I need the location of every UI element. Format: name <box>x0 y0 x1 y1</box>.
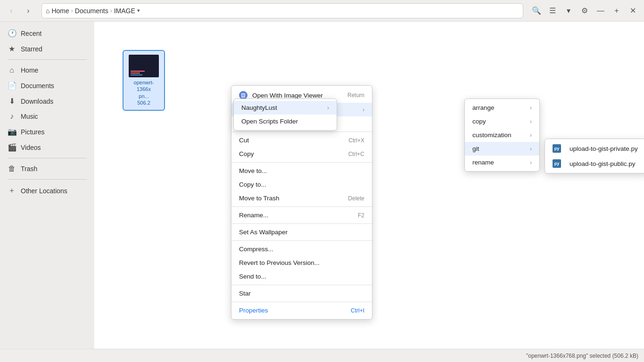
sidebar-item-home[interactable]: ⌂ Home <box>2 63 92 78</box>
revert-left: Revert to Previous Version... <box>239 259 320 266</box>
close-button[interactable]: ✕ <box>625 3 640 18</box>
context-menu-revert[interactable]: Revert to Previous Version... <box>231 256 372 270</box>
breadcrumb-image-label: IMAGE <box>114 7 135 15</box>
sidebar-label-documents: Documents <box>21 82 54 90</box>
submenu-scripts-naughtylust[interactable]: NaughtyLust › <box>234 101 337 115</box>
git-private-label: upload-to-gist-private.py <box>570 145 638 152</box>
sidebar-label-home: Home <box>21 66 38 74</box>
context-menu-move-to-trash[interactable]: Move to Trash Delete <box>231 191 372 205</box>
sidebar-item-starred[interactable]: ★ Starred <box>2 41 92 57</box>
breadcrumb-image[interactable]: IMAGE ▾ <box>114 7 140 15</box>
videos-icon: 🎬 <box>8 143 16 152</box>
divider-3 <box>231 206 372 207</box>
move-to-label: Move to... <box>239 167 267 174</box>
search-icon: 🔍 <box>532 6 541 15</box>
context-menu-properties[interactable]: Properties Ctrl+I <box>231 304 372 317</box>
thumb-line-1 <box>131 71 145 72</box>
compress-left: Compress... <box>239 246 273 253</box>
nl-copy-left: copy <box>472 118 486 125</box>
minimize-button[interactable]: — <box>593 3 608 18</box>
send-to-left: Send to... <box>239 273 266 280</box>
context-menu-move-to[interactable]: Move to... <box>231 164 372 178</box>
divider-4 <box>231 223 372 224</box>
context-menu-star[interactable]: Star <box>231 287 372 300</box>
file-area[interactable]: openwrt-1366xpn...506.2 🖼 Open With Imag… <box>94 22 644 349</box>
thumb-line-2 <box>131 73 140 74</box>
arrange-left: arrange <box>472 104 495 111</box>
sort-button[interactable]: ▾ <box>561 3 576 18</box>
forward-button[interactable]: › <box>21 3 36 18</box>
sidebar-label-recent: Recent <box>21 30 41 37</box>
arrange-arrow: › <box>530 105 532 111</box>
scripts-arrow: › <box>363 107 364 113</box>
submenu-scripts-open-folder[interactable]: Open Scripts Folder <box>234 115 337 128</box>
breadcrumb-dropdown-icon[interactable]: ▾ <box>137 8 140 14</box>
context-menu-cut[interactable]: Cut Ctrl+X <box>231 133 372 147</box>
sidebar-item-downloads[interactable]: ⬇ Downloads <box>2 93 92 109</box>
starred-icon: ★ <box>8 44 16 53</box>
set-wallpaper-label: Set As Wallpaper <box>239 229 288 236</box>
set-wallpaper-left: Set As Wallpaper <box>239 229 288 236</box>
context-menu-copy-to[interactable]: Copy to... <box>231 178 372 191</box>
context-menu-send-to[interactable]: Send to... <box>231 270 372 283</box>
open-scripts-folder-label: Open Scripts Folder <box>241 118 298 125</box>
submenu-git-public[interactable]: py upload-to-gist-public.py <box>545 156 644 171</box>
submenu-git-private[interactable]: py upload-to-gist-private.py <box>545 141 644 156</box>
context-menu-rename[interactable]: Rename... F2 <box>231 208 372 222</box>
git-left: git <box>472 145 479 152</box>
submenu-nl-copy[interactable]: copy › <box>465 115 539 128</box>
sidebar-label-pictures: Pictures <box>21 128 45 136</box>
move-to-trash-shortcut: Delete <box>348 195 364 202</box>
sidebar-item-other-locations[interactable]: ＋ Other Locations <box>2 182 92 199</box>
revert-label: Revert to Previous Version... <box>239 259 320 266</box>
submenu-nl-rename[interactable]: rename › <box>465 156 539 169</box>
rename-left: Rename... <box>239 212 268 219</box>
nl-copy-label: copy <box>472 118 486 125</box>
sidebar-divider-3 <box>8 179 87 180</box>
main-area: 🕐 Recent ★ Starred ⌂ Home 📄 Documents ⬇ … <box>0 22 644 349</box>
maximize-button[interactable]: + <box>609 3 624 18</box>
home-icon: ⌂ <box>46 7 50 15</box>
breadcrumb-home[interactable]: ⌂ Home <box>46 7 69 15</box>
thumbnail-lines <box>131 71 145 75</box>
nl-rename-left: rename <box>472 159 494 166</box>
search-button[interactable]: 🔍 <box>529 3 544 18</box>
star-label: Star <box>239 290 251 297</box>
back-button[interactable]: ‹ <box>4 3 19 18</box>
context-menu-compress[interactable]: Compress... <box>231 242 372 256</box>
context-menu-set-wallpaper[interactable]: Set As Wallpaper <box>231 225 372 239</box>
sidebar-item-pictures[interactable]: 📷 Pictures <box>2 124 92 140</box>
view-options-button[interactable]: ☰ <box>545 3 560 18</box>
sidebar-item-trash[interactable]: 🗑 Trash <box>2 161 92 176</box>
sidebar-label-starred: Starred <box>21 45 42 53</box>
header-actions: 🔍 ☰ ▾ ⚙ — + ✕ <box>529 3 640 18</box>
breadcrumb-documents[interactable]: Documents <box>75 7 108 15</box>
breadcrumb-sep-1: › <box>71 8 73 14</box>
submenu-scripts: NaughtyLust › Open Scripts Folder <box>233 99 337 131</box>
forward-icon: › <box>27 7 29 15</box>
submenu-nl-arrange[interactable]: arrange › <box>465 101 539 115</box>
customization-label: customization <box>472 132 512 139</box>
settings-button[interactable]: ⚙ <box>577 3 592 18</box>
customization-left: customization <box>472 132 512 139</box>
divider-1 <box>231 132 372 132</box>
sidebar-label-music: Music <box>21 113 38 120</box>
close-icon: ✕ <box>630 6 636 15</box>
sidebar-item-music[interactable]: ♪ Music <box>2 109 92 124</box>
sidebar-divider-1 <box>8 59 87 60</box>
customization-arrow: › <box>530 132 532 139</box>
sidebar-item-recent[interactable]: 🕐 Recent <box>2 25 92 41</box>
nl-copy-arrow: › <box>530 118 532 125</box>
file-item-png[interactable]: openwrt-1366xpn...506.2 <box>123 50 165 111</box>
properties-shortcut: Ctrl+I <box>351 307 364 314</box>
sidebar-item-documents[interactable]: 📄 Documents <box>2 78 92 93</box>
sidebar-divider-2 <box>8 158 87 158</box>
context-menu-copy[interactable]: Copy Ctrl+C <box>231 147 372 161</box>
sidebar-item-videos[interactable]: 🎬 Videos <box>2 140 92 155</box>
submenu-nl-git[interactable]: git › <box>465 142 539 156</box>
thumb-line-3 <box>131 74 142 75</box>
pictures-icon: 📷 <box>8 127 16 136</box>
move-to-trash-label: Move to Trash <box>239 195 280 202</box>
submenu-nl-customization[interactable]: customization › <box>465 128 539 142</box>
gear-icon: ⚙ <box>581 6 588 15</box>
